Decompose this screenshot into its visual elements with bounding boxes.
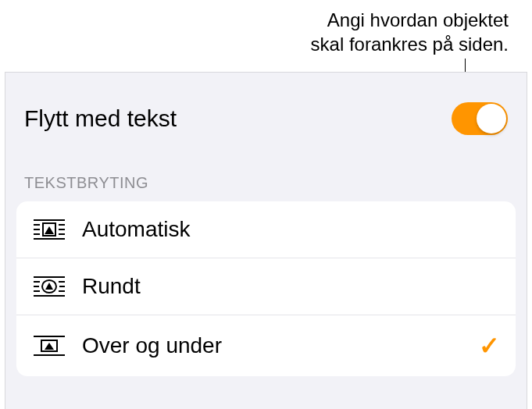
- wrap-around-icon: [32, 274, 66, 299]
- wrap-option-label: Rundt: [82, 274, 500, 299]
- wrap-auto-icon: [32, 217, 66, 242]
- text-wrap-list: Automatisk Rundt: [16, 201, 516, 376]
- move-with-text-toggle[interactable]: [452, 102, 508, 135]
- wrap-above-below-icon: [32, 333, 66, 358]
- arrange-panel: Flytt med tekst TEKSTBRYTING: [5, 72, 527, 409]
- wrap-option-label: Automatisk: [82, 217, 500, 242]
- callout-text: Angi hvordan objektet skal forankres på …: [311, 8, 509, 56]
- wrap-option-around[interactable]: Rundt: [16, 258, 516, 315]
- toggle-knob: [477, 104, 506, 133]
- move-with-text-row: Flytt med tekst: [5, 102, 527, 135]
- callout-line-1: Angi hvordan objektet: [311, 8, 509, 32]
- move-with-text-label: Flytt med tekst: [24, 105, 177, 132]
- wrap-option-above-below[interactable]: Over og under ✓: [16, 315, 516, 376]
- checkmark-icon: ✓: [479, 331, 500, 361]
- callout-line-2: skal forankres på siden.: [311, 32, 509, 56]
- wrap-option-automatic[interactable]: Automatisk: [16, 201, 516, 258]
- wrap-option-label: Over og under: [82, 333, 479, 358]
- text-wrap-header: TEKSTBRYTING: [5, 174, 527, 192]
